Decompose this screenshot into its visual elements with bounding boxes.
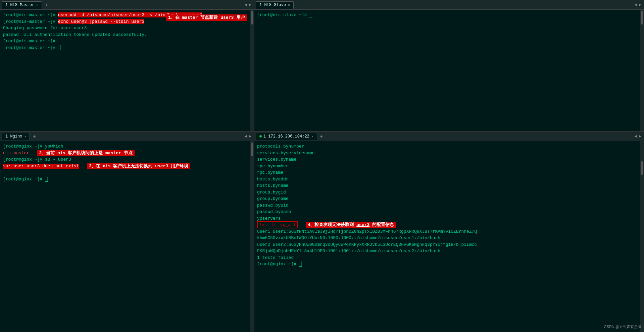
nginx-pane: 1 Nginx ✕ + ◄ ► [root@nginx ~]# ypwhich … (0, 131, 254, 332)
nis-master-pane: 1 NIS-Master ✕ + ◄ ► [root@nis-master ~]… (0, 0, 254, 131)
tab-nav-nginx: ◄ ► (244, 134, 252, 139)
nav-next-icon[interactable]: ► (249, 3, 251, 7)
nginx-content: [root@nginx ~]# ypwhich nis-master 2、当前 … (0, 141, 254, 332)
add-tab-button-ip[interactable]: + (318, 133, 325, 140)
nav-prev-icon-ip[interactable]: ◄ (635, 134, 637, 139)
nis-master-content: [root@nis-master ~]# useradd -d /nishome… (0, 10, 254, 131)
nis-slave-output: [root@nis-slave ~]# █ (257, 12, 641, 18)
tab-nis-master[interactable]: 1 NIS-Master ✕ (2, 1, 42, 9)
ip-pane: 1 172.16.206.104:22 ✕ + ◄ ► protocols.by… (254, 131, 644, 332)
nav-next-icon-nginx[interactable]: ► (249, 134, 251, 139)
add-tab-button-nginx[interactable]: + (31, 133, 38, 140)
ip-tabbar: 1 172.16.206.104:22 ✕ + ◄ ► (254, 132, 644, 141)
nav-next-icon-slave[interactable]: ► (639, 3, 641, 7)
terminal-grid: 1 NIS-Master ✕ + ◄ ► [root@nis-master ~]… (0, 0, 644, 332)
tab-nav-ip: ◄ ► (634, 134, 642, 139)
ip-output: protocols.bynumber services.byservicenam… (257, 143, 641, 268)
tab-label-nginx: 1 Nginx (5, 134, 22, 139)
close-icon[interactable]: ✕ (36, 3, 38, 7)
tab-label: 1 NIS-Master (5, 3, 34, 7)
nis-slave-pane: 1 NIS-Slave ✕ + ◄ ► [root@nis-slave ~]# … (254, 0, 644, 131)
annotation-1: 1、在 master 节点新建 user3 用户 (166, 14, 247, 20)
tab-dot-icon (259, 135, 262, 137)
nav-next-icon-ip[interactable]: ► (639, 134, 641, 139)
nis-master-tabbar: 1 NIS-Master ✕ + ◄ ► (0, 0, 254, 10)
tab-nav-master: ◄ ► (244, 3, 252, 7)
add-tab-button-slave[interactable]: + (294, 2, 301, 8)
ip-content: protocols.bynumber services.byservicenam… (254, 141, 644, 332)
tab-label-ip: 1 172.16.206.104:22 (263, 134, 309, 139)
nav-prev-icon-nginx[interactable]: ◄ (245, 134, 247, 139)
close-icon-nginx[interactable]: ✕ (24, 134, 26, 139)
add-tab-button[interactable]: + (43, 2, 50, 8)
nav-prev-icon[interactable]: ◄ (245, 3, 247, 7)
watermark: CSDN @方先森有点懒 (604, 324, 641, 329)
nis-slave-content: [root@nis-slave ~]# █ (254, 10, 644, 131)
nginx-output: [root@nginx ~]# ypwhich nis-master 2、当前 … (3, 143, 251, 182)
nis-slave-tabbar: 1 NIS-Slave ✕ + ◄ ► (254, 0, 644, 10)
tab-nav-slave: ◄ ► (634, 3, 642, 7)
tab-nginx[interactable]: 1 Nginx ✕ (2, 133, 30, 140)
tab-label-slave: 1 NIS-Slave (259, 3, 286, 7)
nginx-tabbar: 1 Nginx ✕ + ◄ ► (0, 132, 254, 141)
close-icon-slave[interactable]: ✕ (288, 3, 290, 7)
tab-ip[interactable]: 1 172.16.206.104:22 ✕ (256, 133, 317, 140)
close-icon-ip[interactable]: ✕ (311, 134, 313, 139)
nav-prev-icon-slave[interactable]: ◄ (635, 3, 637, 7)
tab-nis-slave[interactable]: 1 NIS-Slave ✕ (256, 1, 294, 9)
